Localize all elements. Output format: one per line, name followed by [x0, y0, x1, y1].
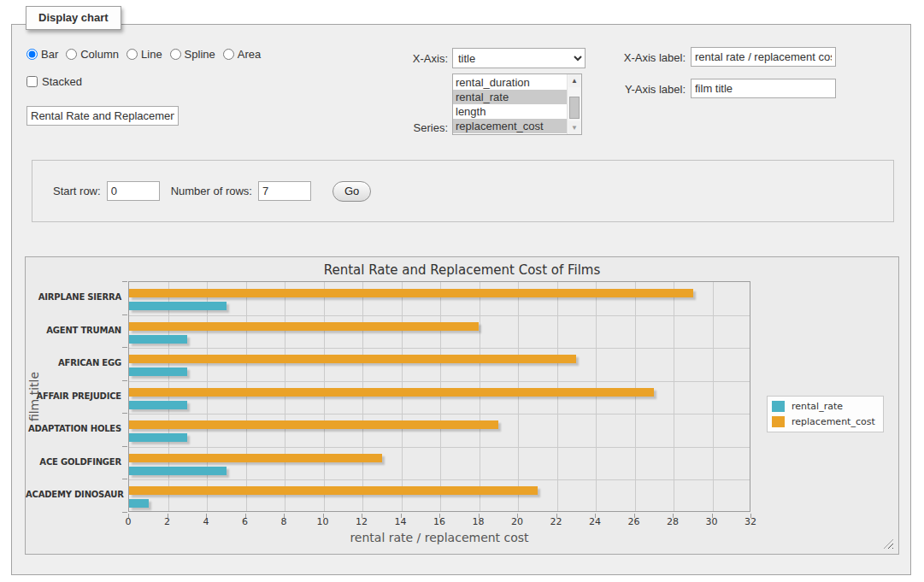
go-button[interactable]: Go — [333, 181, 371, 202]
x-axis-tick-label: 26 — [621, 516, 647, 527]
category-label: AIRPLANE SIERRA — [26, 292, 121, 302]
gridline — [168, 282, 169, 511]
gridline — [246, 282, 247, 511]
legend-swatch-replacement_cost — [772, 416, 785, 427]
x-axis-tick-label: 24 — [582, 516, 608, 527]
x-axis-label-caption: X-Axis label: — [602, 51, 686, 64]
chart-type-radio-column[interactable] — [66, 49, 77, 60]
chart-type-option-column[interactable]: Column — [66, 48, 119, 61]
bar-replacement_cost — [129, 355, 576, 363]
y-axis-tick — [122, 380, 127, 381]
gridline — [402, 282, 403, 511]
y-axis-label-caption: Y-Axis label: — [602, 83, 686, 96]
bar-rental_rate — [129, 499, 149, 508]
chart-title: Rental Rate and Replacement Cost of Film… — [26, 262, 898, 278]
x-axis-tick-label: 22 — [544, 516, 569, 527]
legend-item-replacement_cost: replacement_cost — [772, 416, 875, 427]
series-option-replacement_cost[interactable]: replacement_cost — [453, 119, 567, 133]
x-axis-tick-label: 30 — [699, 516, 725, 527]
x-axis-label-input[interactable] — [691, 47, 836, 67]
scrollbar-up-icon[interactable]: ▲ — [568, 74, 580, 87]
stacked-label[interactable]: Stacked — [42, 75, 82, 88]
category-label: ADAPTATION HOLES — [26, 424, 121, 433]
chart-type-option-area[interactable]: Area — [223, 48, 261, 61]
x-axis-tick-label: 6 — [232, 516, 258, 527]
gridline — [129, 479, 750, 480]
chart-type-radio-area[interactable] — [223, 49, 234, 60]
category-label: AFFAIR PREJUDICE — [26, 391, 121, 401]
category-label: AFRICAN EGG — [26, 358, 121, 367]
start-row-input[interactable] — [107, 181, 160, 201]
series-caption: Series: — [388, 121, 448, 134]
gridline — [480, 282, 480, 511]
panel-tab-display-chart: Display chart — [26, 6, 121, 30]
gridline — [129, 315, 750, 316]
y-axis-tick — [122, 512, 127, 513]
chart-resize-handle[interactable] — [884, 539, 893, 549]
x-axis-tick-label: 32 — [738, 516, 763, 527]
series-listbox[interactable]: rental_durationrental_ratelengthreplacem… — [452, 73, 582, 135]
y-axis-tick — [122, 479, 127, 479]
chart-legend: rental_ratereplacement_cost — [767, 396, 884, 432]
num-rows-caption: Number of rows: — [171, 185, 252, 197]
scrollbar-down-icon[interactable]: ▼ — [568, 121, 580, 134]
category-label: ACADEMY DINOSAUR — [26, 490, 121, 499]
gridline — [440, 282, 441, 511]
x-axis-select[interactable]: title — [452, 48, 586, 68]
bar-rental_rate — [129, 433, 187, 442]
chart-type-option-spline[interactable]: Spline — [170, 48, 215, 61]
gridline — [285, 282, 285, 511]
y-axis-tick — [122, 413, 127, 414]
y-axis-tick — [122, 315, 127, 315]
x-axis-tick-label: 28 — [660, 516, 686, 527]
x-axis-tick-label: 14 — [388, 516, 414, 527]
gridline — [635, 282, 636, 511]
gridline — [596, 282, 597, 511]
x-axis-tick-label: 12 — [349, 516, 374, 527]
bar-replacement_cost — [129, 486, 538, 495]
y-axis-tick — [122, 446, 127, 447]
chart-type-radio-line[interactable] — [127, 49, 138, 60]
bar-rental_rate — [129, 302, 227, 310]
gridline — [362, 282, 363, 511]
chart-type-radio-bar[interactable] — [26, 49, 38, 60]
x-axis-tick-label: 18 — [466, 516, 491, 527]
bar-replacement_cost — [129, 388, 654, 397]
start-row-caption: Start row: — [53, 185, 101, 197]
chart-type-option-bar[interactable]: Bar — [26, 48, 58, 61]
legend-item-rental_rate: rental_rate — [772, 401, 875, 412]
chart-type-label-spline[interactable]: Spline — [185, 48, 215, 61]
num-rows-input[interactable] — [258, 181, 311, 201]
stacked-row: Stacked — [26, 74, 82, 88]
chart-type-radio-spline[interactable] — [170, 49, 181, 60]
chart-title-input[interactable] — [26, 106, 179, 126]
gridline — [557, 282, 558, 511]
y-axis-label-input[interactable] — [691, 79, 836, 98]
series-option-rental_duration[interactable]: rental_duration — [453, 75, 567, 90]
gridline — [713, 282, 714, 511]
chart-x-axis-title: rental rate / replacement cost — [128, 531, 750, 544]
legend-swatch-rental_rate — [772, 401, 785, 412]
chart-type-label-bar[interactable]: Bar — [41, 48, 58, 61]
bar-replacement_cost — [129, 420, 498, 429]
scrollbar-thumb[interactable] — [569, 97, 580, 119]
series-option-rental_rate[interactable]: rental_rate — [453, 90, 567, 104]
x-axis-tick-label: 8 — [271, 516, 297, 527]
chart-type-label-column[interactable]: Column — [80, 48, 119, 61]
chart-type-option-line[interactable]: Line — [127, 48, 162, 61]
chart-type-label-line[interactable]: Line — [141, 48, 162, 61]
category-label: AGENT TRUMAN — [26, 326, 121, 335]
series-scrollbar[interactable]: ▲ ▼ — [567, 74, 581, 134]
gridline — [324, 282, 325, 511]
bar-replacement_cost — [129, 322, 479, 331]
stacked-checkbox[interactable] — [26, 76, 38, 87]
gridline — [674, 282, 674, 511]
chart-type-label-area[interactable]: Area — [238, 48, 261, 61]
x-axis-tick-label: 10 — [310, 516, 336, 527]
bar-replacement_cost — [129, 454, 382, 462]
chart-type-radio-group: BarColumnLineSplineArea — [26, 46, 261, 62]
series-option-length[interactable]: length — [453, 104, 567, 119]
category-label: ACE GOLDFINGER — [26, 457, 121, 467]
chart-plot-area — [128, 281, 750, 512]
x-axis-caption: X-Axis: — [388, 52, 448, 65]
